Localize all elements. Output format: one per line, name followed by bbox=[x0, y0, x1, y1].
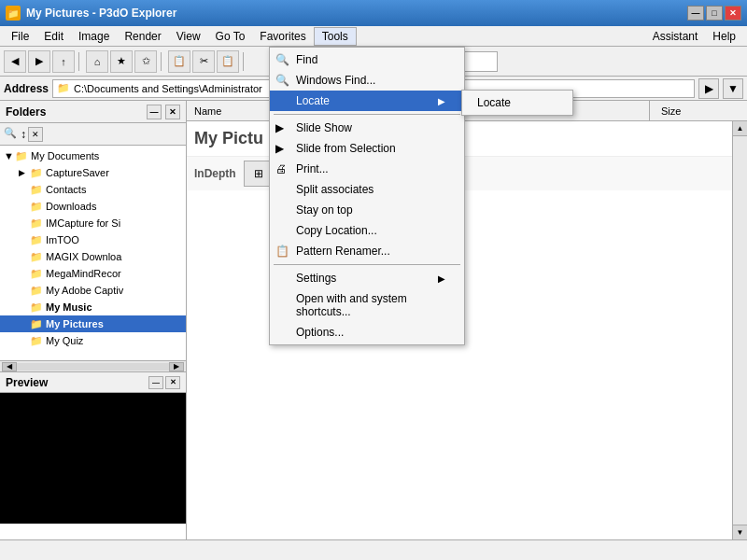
preview-minimize-btn[interactable]: — bbox=[148, 376, 163, 389]
paste-button[interactable]: 📋 bbox=[217, 50, 239, 73]
locate-sub-item-1[interactable]: Locate bbox=[462, 92, 572, 113]
windows-find-icon: 🔍 bbox=[275, 74, 289, 87]
preview-panel: Preview — ✕ bbox=[0, 371, 186, 539]
tree-label-mypictures: My Pictures bbox=[46, 318, 104, 329]
maximize-button[interactable]: □ bbox=[706, 6, 723, 21]
menu-view[interactable]: View bbox=[169, 28, 208, 45]
menu-assistant[interactable]: Assistant bbox=[645, 28, 706, 45]
menu-item-options[interactable]: Options... bbox=[270, 322, 464, 343]
tree-item-myquiz[interactable]: 📁 My Quiz bbox=[0, 332, 186, 349]
menu-item-split-associates[interactable]: Split associates bbox=[270, 179, 464, 200]
menu-edit[interactable]: Edit bbox=[36, 28, 71, 45]
menu-item-stay-on-top[interactable]: Stay on top bbox=[270, 200, 464, 220]
minimize-button[interactable]: — bbox=[687, 6, 704, 21]
tree-label-megamind: MegaMindRecor bbox=[46, 268, 121, 279]
left-panel: Folders — ✕ 🔍 ↕ ✕ ▼ 📁 My Documents ▶ 📁 C… bbox=[0, 101, 187, 539]
folders-header: Folders — ✕ bbox=[0, 101, 186, 123]
tree-item-mymusic[interactable]: 📁 My Music bbox=[0, 299, 186, 315]
address-dropdown-button[interactable]: ▼ bbox=[723, 78, 743, 99]
menu-help[interactable]: Help bbox=[705, 28, 743, 45]
folder-collapse-btn[interactable]: ✕ bbox=[28, 127, 43, 142]
vscroll-up[interactable]: ▲ bbox=[733, 121, 748, 136]
address-go-button[interactable]: ▶ bbox=[698, 78, 719, 99]
menu-item-slideshow[interactable]: ▶ Slide Show bbox=[270, 118, 464, 138]
toolbar-sep-3 bbox=[243, 52, 247, 71]
indepth-title: InDepth bbox=[194, 167, 236, 180]
menu-tools[interactable]: Tools bbox=[314, 27, 357, 46]
tree-item-capturesaver[interactable]: ▶ 📁 CaptureSaver bbox=[0, 164, 186, 181]
menu-favorites[interactable]: Favorites bbox=[252, 28, 313, 45]
locate-submenu: Locate bbox=[461, 90, 573, 116]
back-button[interactable]: ◀ bbox=[4, 50, 26, 73]
locate-sub-label: Locate bbox=[477, 96, 511, 109]
toolbar-sep-2 bbox=[161, 52, 164, 71]
preview-content bbox=[0, 393, 186, 524]
hscroll-right[interactable]: ▶ bbox=[169, 362, 184, 371]
tree-item-magix[interactable]: 📁 MAGIX Downloa bbox=[0, 248, 186, 265]
tree-item-contacts[interactable]: 📁 Contacts bbox=[0, 181, 186, 198]
settings-arrow: ▶ bbox=[438, 273, 445, 284]
menu-item-print[interactable]: 🖨 Print... bbox=[270, 159, 464, 179]
tree-label-myadobe: My Adobe Captiv bbox=[46, 285, 123, 296]
find-icon: 🔍 bbox=[275, 53, 289, 66]
menu-item-settings[interactable]: Settings ▶ bbox=[270, 268, 464, 288]
bookmark-button[interactable]: ★ bbox=[110, 50, 133, 73]
col-header-size[interactable]: Size bbox=[654, 101, 747, 120]
tree-label-contacts: Contacts bbox=[46, 184, 86, 195]
slideshow-icon: ▶ bbox=[275, 121, 284, 134]
print-icon: 🖨 bbox=[275, 162, 287, 175]
menu-item-open-with[interactable]: Open with and system shortcuts... bbox=[270, 288, 464, 322]
folder-tree: ▼ 📁 My Documents ▶ 📁 CaptureSaver 📁 Cont… bbox=[0, 146, 186, 360]
copy-button[interactable]: 📋 bbox=[168, 50, 190, 73]
tree-item-myadobe[interactable]: 📁 My Adobe Captiv bbox=[0, 282, 186, 299]
forward-button[interactable]: ▶ bbox=[28, 50, 50, 73]
menu-file[interactable]: File bbox=[4, 28, 36, 45]
menu-item-copy-location[interactable]: Copy Location... bbox=[270, 220, 464, 241]
tree-item-downloads[interactable]: 📁 Downloads bbox=[0, 198, 186, 215]
status-bar bbox=[0, 539, 747, 560]
folder-search: 🔍 ↕ ✕ bbox=[0, 123, 186, 146]
tree-item-imtoo[interactable]: 📁 ImTOO bbox=[0, 231, 186, 248]
menu-bar: File Edit Image Render View Go To Favori… bbox=[0, 26, 747, 47]
up-button[interactable]: ↑ bbox=[52, 50, 75, 73]
tree-item-mydocs[interactable]: ▼ 📁 My Documents bbox=[0, 147, 186, 164]
window-controls: — □ ✕ bbox=[687, 6, 741, 21]
menu-item-slide-from-selection[interactable]: ▶ Slide from Selection bbox=[270, 138, 464, 159]
folder-icon-megamind: 📁 bbox=[30, 268, 43, 280]
folder-icon-capturesaver: 📁 bbox=[30, 167, 43, 179]
tree-item-imcapture[interactable]: 📁 IMCapture for Si bbox=[0, 215, 186, 231]
tree-item-megamind[interactable]: 📁 MegaMindRecor bbox=[0, 265, 186, 282]
tree-label-magix: MAGIX Downloa bbox=[46, 251, 121, 262]
menu-render[interactable]: Render bbox=[117, 28, 168, 45]
menu-goto[interactable]: Go To bbox=[208, 28, 253, 45]
preview-title: Preview bbox=[6, 376, 48, 389]
folders-close-btn[interactable]: ✕ bbox=[165, 105, 180, 119]
app-icon: 📁 bbox=[6, 6, 21, 21]
preview-close-btn[interactable]: ✕ bbox=[165, 376, 180, 389]
tools-dropdown: 🔍 Find 🔍 Windows Find... Locate ▶ ▶ Slid… bbox=[269, 47, 465, 345]
menu-item-find[interactable]: 🔍 Find bbox=[270, 49, 464, 70]
tree-label-imtoo: ImTOO bbox=[46, 234, 79, 245]
menu-item-pattern-renamer[interactable]: 📋 Pattern Renamer... bbox=[270, 241, 464, 261]
menu-item-windows-find[interactable]: 🔍 Windows Find... bbox=[270, 70, 464, 91]
bookmark-add-button[interactable]: ✩ bbox=[134, 50, 157, 73]
menu-item-locate[interactable]: Locate ▶ bbox=[270, 91, 464, 111]
tree-label-mymusic: My Music bbox=[46, 301, 92, 313]
home-button[interactable]: ⌂ bbox=[86, 50, 108, 73]
folder-sort-icon[interactable]: ↕ bbox=[21, 128, 26, 141]
folder-hscroll[interactable]: ◀ ▶ bbox=[0, 360, 186, 371]
window-title: My Pictures - P3dO Explorer bbox=[26, 7, 687, 20]
folder-icon-myadobe: 📁 bbox=[30, 285, 43, 297]
vscroll-down[interactable]: ▼ bbox=[733, 525, 748, 539]
close-button[interactable]: ✕ bbox=[725, 6, 741, 21]
cut-button[interactable]: ✂ bbox=[192, 50, 215, 73]
folders-minimize-btn[interactable]: — bbox=[147, 105, 162, 119]
hscroll-left[interactable]: ◀ bbox=[2, 362, 17, 371]
folders-title: Folders bbox=[6, 105, 46, 119]
right-scrollbar[interactable]: ▲ ▼ bbox=[732, 121, 747, 539]
search-icon[interactable]: 🔍 bbox=[4, 127, 19, 142]
folder-icon-mypictures: 📁 bbox=[30, 318, 43, 330]
menu-image[interactable]: Image bbox=[71, 28, 117, 45]
folder-icon-imtoo: 📁 bbox=[30, 234, 43, 246]
tree-item-mypictures[interactable]: 📁 My Pictures bbox=[0, 315, 186, 332]
